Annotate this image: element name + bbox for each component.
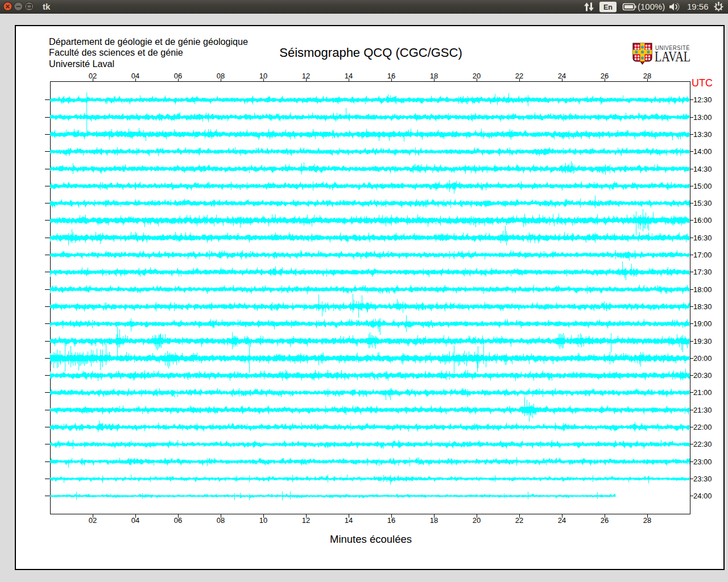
svg-text:19:00: 19:00 (693, 319, 712, 328)
svg-text:22:30: 22:30 (693, 440, 712, 448)
svg-text:26: 26 (601, 516, 609, 525)
svg-text:21:30: 21:30 (693, 406, 712, 414)
svg-text:21:00: 21:00 (693, 388, 712, 397)
svg-text:18:00: 18:00 (693, 285, 712, 294)
svg-text:16: 16 (387, 516, 395, 525)
svg-text:23:30: 23:30 (693, 475, 712, 483)
svg-text:20:30: 20:30 (693, 371, 712, 380)
svg-text:02: 02 (89, 72, 97, 80)
svg-text:02: 02 (89, 516, 97, 525)
svg-text:23:00: 23:00 (693, 458, 712, 466)
svg-text:22:00: 22:00 (693, 423, 712, 431)
svg-text:12: 12 (302, 516, 310, 525)
svg-text:20: 20 (473, 72, 481, 80)
svg-text:16:00: 16:00 (693, 216, 712, 225)
svg-text:06: 06 (174, 516, 182, 525)
svg-text:14:00: 14:00 (693, 147, 712, 156)
svg-text:24: 24 (558, 72, 566, 80)
svg-text:18:30: 18:30 (693, 302, 712, 311)
svg-text:12: 12 (302, 72, 310, 80)
svg-text:08: 08 (217, 72, 225, 80)
svg-text:14:30: 14:30 (693, 165, 712, 173)
svg-text:08: 08 (217, 516, 225, 525)
svg-text:28: 28 (643, 72, 651, 80)
svg-text:10: 10 (259, 72, 267, 80)
svg-text:13:00: 13:00 (693, 113, 712, 122)
svg-text:12:30: 12:30 (693, 95, 712, 104)
svg-text:06: 06 (174, 72, 182, 80)
svg-text:18: 18 (430, 72, 438, 80)
svg-text:13:30: 13:30 (693, 130, 712, 139)
svg-text:10: 10 (259, 516, 267, 525)
svg-text:14: 14 (345, 516, 353, 525)
svg-text:04: 04 (131, 72, 139, 80)
svg-text:20:00: 20:00 (693, 354, 712, 363)
svg-text:17:30: 17:30 (693, 268, 712, 276)
svg-text:26: 26 (601, 72, 609, 80)
svg-text:18: 18 (430, 516, 438, 525)
svg-text:24: 24 (558, 516, 566, 525)
svg-text:20: 20 (473, 516, 481, 525)
svg-text:28: 28 (643, 516, 651, 525)
svg-text:15:30: 15:30 (693, 199, 712, 207)
svg-text:UTC: UTC (692, 77, 713, 89)
svg-text:19:30: 19:30 (693, 337, 712, 346)
svg-text:22: 22 (515, 72, 523, 80)
svg-text:16:30: 16:30 (693, 234, 712, 242)
svg-text:15:00: 15:00 (693, 182, 712, 190)
svg-text:22: 22 (515, 516, 523, 525)
svg-text:14: 14 (345, 72, 353, 80)
svg-text:04: 04 (131, 516, 139, 525)
svg-text:24:00: 24:00 (693, 492, 712, 500)
svg-text:17:00: 17:00 (693, 251, 712, 259)
svg-text:16: 16 (387, 72, 395, 80)
